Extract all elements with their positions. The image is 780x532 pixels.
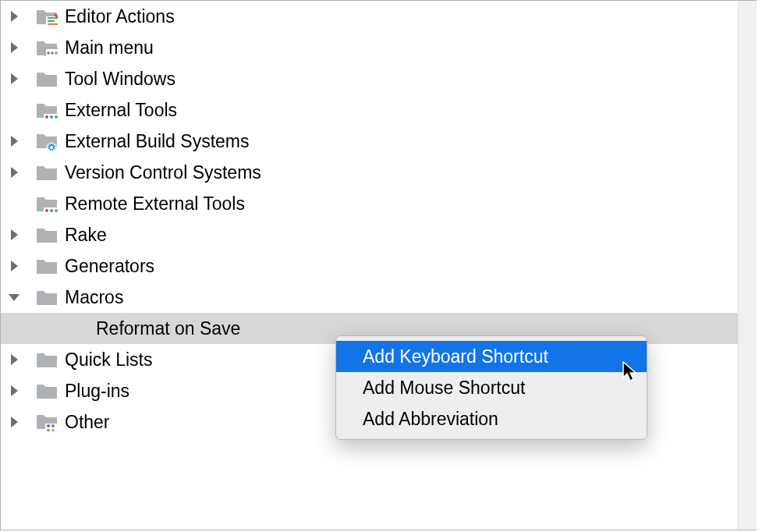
svg-point-3 [51, 51, 54, 55]
tree-item-label: Remote External Tools [65, 193, 245, 215]
folder-icon [35, 257, 58, 275]
tree-item-label: Quick Lists [65, 349, 152, 371]
chevron-right-icon [7, 261, 21, 271]
tree-item-external-tools[interactable]: External Tools [1, 94, 756, 126]
tree-item-generators[interactable]: Generators [1, 250, 756, 282]
chevron-right-icon [7, 354, 21, 365]
svg-point-6 [45, 115, 48, 119]
tree-item-remote-external-tools[interactable]: Remote External Tools [1, 188, 756, 219]
tree-item-label: Generators [65, 256, 154, 277]
folder-dots-icon [35, 101, 58, 119]
menu-item-label: Add Mouse Shortcut [363, 378, 525, 399]
tree-item-tool-windows[interactable]: Tool Windows [1, 63, 756, 94]
tree-item-label: Version Control Systems [65, 162, 261, 183]
chevron-right-icon [7, 73, 21, 84]
folder-icon [35, 70, 58, 87]
tree-item-rake[interactable]: Rake [1, 219, 756, 250]
menu-item-add-mouse-shortcut[interactable]: Add Mouse Shortcut [336, 372, 647, 403]
folder-icon [35, 164, 58, 181]
svg-point-8 [55, 115, 58, 119]
tree-item-external-build-systems[interactable]: External Build Systems [1, 126, 756, 157]
context-menu: Add Keyboard Shortcut Add Mouse Shortcut… [335, 335, 647, 440]
folder-menu-icon [35, 39, 58, 56]
chevron-right-icon [7, 229, 21, 240]
chevron-down-icon [7, 293, 21, 302]
folder-dots-icon [35, 195, 58, 212]
tree-item-label: Plug-ins [65, 381, 129, 402]
tree-item-label: Main menu [65, 37, 154, 59]
menu-item-add-keyboard-shortcut[interactable]: Add Keyboard Shortcut [336, 341, 647, 372]
chevron-right-icon [7, 42, 21, 53]
tree-item-label: External Tools [65, 100, 177, 121]
chevron-right-icon [7, 167, 21, 178]
folder-gear-icon [35, 132, 58, 151]
svg-point-13 [50, 209, 53, 212]
tree-item-label: Editor Actions [65, 6, 175, 27]
menu-item-label: Add Abbreviation [363, 409, 498, 430]
tree-item-main-menu[interactable]: Main menu [1, 32, 756, 63]
menu-item-label: Add Keyboard Shortcut [363, 346, 548, 367]
tree-item-label: External Build Systems [65, 131, 249, 152]
svg-point-4 [55, 51, 58, 55]
svg-point-16 [47, 424, 50, 427]
svg-point-17 [51, 424, 55, 427]
tree-item-label: Other [65, 412, 110, 433]
folder-icon [35, 289, 58, 306]
folder-other-icon [35, 413, 58, 431]
tree-item-label: Reformat on Save [96, 318, 240, 339]
chevron-right-icon [7, 385, 21, 396]
menu-item-add-abbreviation[interactable]: Add Abbreviation [336, 403, 647, 434]
svg-point-10 [50, 146, 53, 149]
tree-item-label: Macros [65, 287, 123, 308]
tree-item-label: Rake [65, 225, 107, 246]
tree-item-macros[interactable]: Macros [1, 282, 756, 313]
svg-point-12 [45, 209, 48, 212]
svg-point-14 [55, 209, 58, 212]
svg-point-2 [47, 51, 50, 55]
chevron-right-icon [7, 136, 21, 147]
svg-point-7 [50, 115, 53, 119]
tree-item-version-control-systems[interactable]: Version Control Systems [1, 157, 756, 188]
tree-item-editor-actions[interactable]: Editor Actions [1, 1, 756, 32]
folder-editor-icon [35, 8, 58, 25]
tree-item-label: Tool Windows [65, 69, 176, 90]
chevron-right-icon [7, 417, 21, 427]
folder-icon [35, 226, 58, 243]
chevron-right-icon [7, 11, 21, 22]
folder-icon [35, 351, 58, 368]
folder-icon [35, 382, 58, 399]
